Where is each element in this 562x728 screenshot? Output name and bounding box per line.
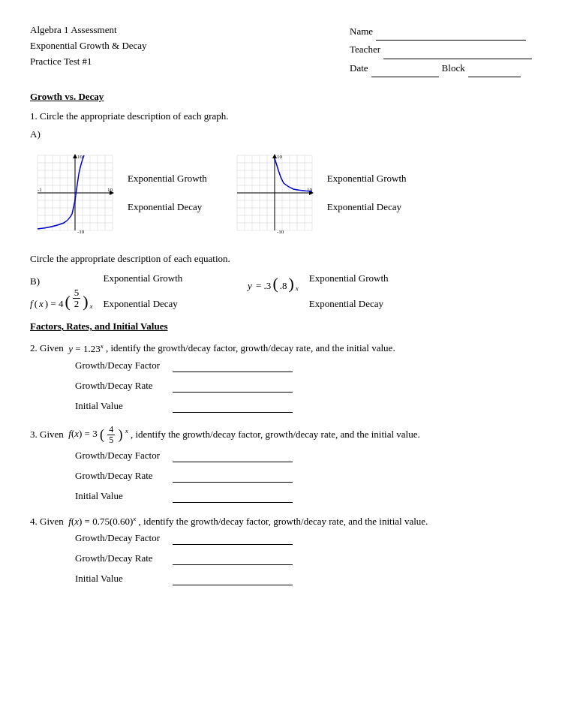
q3-frac-num: 4 [107, 425, 115, 435]
q2-label1: Growth/Decay Factor [75, 359, 173, 372]
test-number: Practice Test #1 [30, 54, 147, 70]
eq1-opt1[interactable]: Exponential Growth [104, 272, 183, 284]
graph1-opt2[interactable]: Exponential Decay [128, 201, 207, 213]
q1-text: 1. Circle the appropriate description of… [30, 110, 532, 122]
svg-text:-1: -1 [38, 187, 42, 193]
eq2-opt1[interactable]: Exponential Growth [309, 272, 389, 284]
date-block-row: Date Block [350, 59, 532, 77]
graph1-opt1[interactable]: Exponential Growth [128, 173, 207, 185]
eq-intro: Circle the appropriate description of ea… [30, 253, 532, 265]
q4-line3: Initial Value [75, 573, 532, 585]
graphs-row: 10 -10 10 -1 Exponential Growth Exponent… [30, 148, 532, 238]
part-b-label: B) f(x) = 4 ( 5 2 ) x [30, 275, 93, 310]
header: Algebra 1 Assessment Exponential Growth … [30, 23, 532, 77]
svg-text:-10: -10 [277, 229, 284, 235]
q2-formula: y = 1.23x [68, 343, 106, 354]
graph2-canvas: 10 -10 10 [230, 148, 320, 238]
date-input[interactable] [371, 59, 439, 77]
q4-number: 4. Given [30, 516, 66, 527]
q2-field2[interactable] [173, 380, 293, 393]
eq2-item: y = .3 ( .8 ) x Exponential Growth Expon… [248, 271, 443, 310]
section3-title: Factors, Rates, and Initial Values [30, 320, 532, 332]
q2-field1[interactable] [173, 359, 293, 372]
eq1-exp: x [90, 302, 93, 310]
q3-given: 3. Given f(x) = 3 ( 4 5 ) x , identify t… [30, 425, 532, 445]
q2-label2: Growth/Decay Rate [75, 380, 173, 392]
q2-line3: Initial Value [75, 400, 532, 413]
q2-given: 2. Given y = 1.23x , identify the growth… [30, 341, 532, 354]
eq1-formula: f(x) = 4 ( 5 2 ) x [30, 287, 93, 310]
q3-line3: Initial Value [75, 490, 532, 503]
q3-line2: Growth/Decay Rate [75, 470, 532, 483]
q3-text: , identify the growth/decay factor, grow… [131, 428, 420, 439]
graph1-block: 10 -10 10 -1 Exponential Growth Exponent… [30, 148, 207, 238]
q2-field3[interactable] [173, 400, 293, 413]
teacher-input[interactable] [383, 41, 532, 59]
q4-formula: f(x) = 0.75(0.60)x [68, 516, 138, 527]
q3-formula: f(x) = 3 ( 4 5 ) x [68, 428, 131, 439]
teacher-label: Teacher [350, 41, 380, 58]
q2-text: , identify the growth/decay factor, grow… [106, 343, 395, 354]
name-field-row: Name [350, 23, 532, 41]
name-input[interactable] [376, 23, 526, 41]
q4-field1[interactable] [173, 532, 293, 545]
svg-text:-10: -10 [77, 229, 85, 235]
q4-label3: Initial Value [75, 573, 173, 585]
equation-section: Circle the appropriate description of ea… [30, 253, 532, 310]
header-right: Name Teacher Date Block [350, 23, 532, 77]
q3-exp: x [125, 427, 128, 435]
eq1-frac-num: 5 [73, 287, 81, 299]
factors-section: Factors, Rates, and Initial Values 2. Gi… [30, 320, 532, 585]
q4-field2[interactable] [173, 552, 293, 565]
graph1-canvas: 10 -10 10 -1 [30, 148, 120, 238]
graph2-opt2[interactable]: Exponential Decay [327, 201, 407, 213]
eq2-opt2[interactable]: Exponential Decay [309, 298, 389, 310]
part-a-label: A) [30, 128, 532, 140]
test-title: Exponential Growth & Decay [30, 38, 147, 54]
svg-text:10: 10 [277, 154, 283, 160]
eq1-choices: Exponential Growth Exponential Decay [104, 272, 183, 310]
q3-field3[interactable] [173, 490, 293, 503]
eq2-choices: Exponential Growth Exponential Decay [309, 272, 389, 310]
q2-label3: Initial Value [75, 400, 173, 412]
q2-line2: Growth/Decay Rate [75, 380, 532, 393]
q3-label2: Growth/Decay Rate [75, 470, 173, 482]
graph2-opt1[interactable]: Exponential Growth [327, 173, 407, 185]
q4-answers: Growth/Decay Factor Growth/Decay Rate In… [75, 532, 532, 585]
q2-answers: Growth/Decay Factor Growth/Decay Rate In… [75, 359, 532, 413]
teacher-field-row: Teacher [350, 41, 532, 59]
graph2-svg: 10 -10 10 [230, 148, 320, 238]
q3-label3: Initial Value [75, 490, 173, 502]
q4-label2: Growth/Decay Rate [75, 552, 173, 564]
svg-text:10: 10 [307, 187, 313, 193]
q3-field1[interactable] [173, 450, 293, 462]
q4-line2: Growth/Decay Rate [75, 552, 532, 565]
name-label: Name [350, 23, 373, 40]
q4-given: 4. Given f(x) = 0.75(0.60)x , identify t… [30, 515, 532, 528]
svg-text:10: 10 [77, 154, 83, 160]
q2-number: 2. Given [30, 343, 66, 354]
graph1-options: Exponential Growth Exponential Decay [128, 173, 207, 213]
block-input[interactable] [468, 59, 521, 77]
q4-field3[interactable] [173, 573, 293, 585]
q4-label1: Growth/Decay Factor [75, 532, 173, 544]
q4-line1: Growth/Decay Factor [75, 532, 532, 545]
header-left: Algebra 1 Assessment Exponential Growth … [30, 23, 147, 77]
graph2-options: Exponential Growth Exponential Decay [327, 173, 407, 213]
eq1-opt2[interactable]: Exponential Decay [104, 298, 183, 310]
section1-title: Growth vs. Decay [30, 91, 532, 103]
q3-answers: Growth/Decay Factor Growth/Decay Rate In… [75, 450, 532, 503]
svg-text:10: 10 [107, 187, 113, 193]
q2-line1: Growth/Decay Factor [75, 359, 532, 372]
graph1-svg: 10 -10 10 -1 [30, 148, 120, 238]
eq2-formula-wrap: y = .3 ( .8 ) x [248, 275, 299, 292]
eq2-exp: x [296, 284, 299, 292]
q3-number: 3. Given [30, 428, 66, 439]
q3-field2[interactable] [173, 470, 293, 483]
q3-frac-den: 5 [107, 435, 115, 445]
eq1-item: B) f(x) = 4 ( 5 2 ) x Exponential Growth… [30, 271, 225, 310]
block-label: Block [442, 59, 465, 77]
eq-row: B) f(x) = 4 ( 5 2 ) x Exponential Growth… [30, 271, 532, 310]
eq2-formula: y = .3 ( .8 ) x [248, 275, 299, 292]
q3-label1: Growth/Decay Factor [75, 450, 173, 462]
